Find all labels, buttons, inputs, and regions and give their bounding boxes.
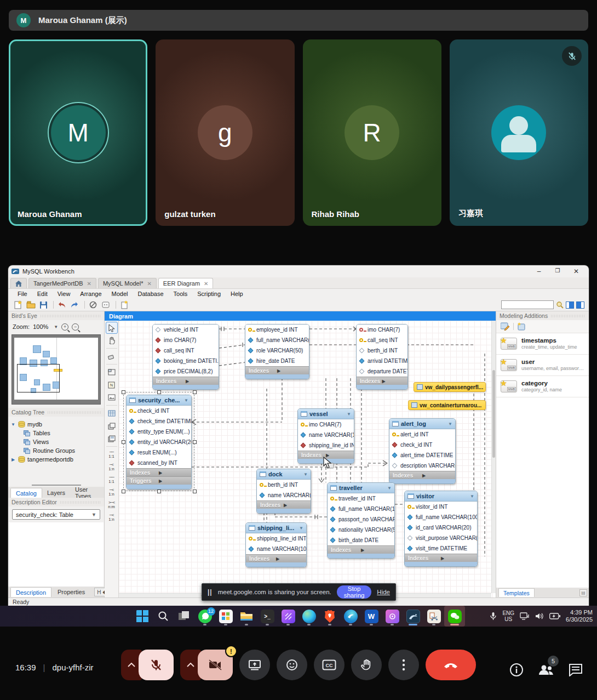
home-tab[interactable] [10, 278, 27, 288]
modeling-addition-timestamps[interactable]: ★MWB timestamps create_time, update_time [496, 333, 589, 355]
diagram-canvas[interactable]: vehicle_id INTimo CHAR(7)call_seq INTboo… [119, 321, 496, 597]
er-column[interactable]: imo CHAR(7) [153, 335, 219, 345]
language-indicator[interactable]: ENGUS [502, 610, 514, 622]
collapse-icon[interactable]: ▼ [347, 412, 351, 417]
er-column[interactable]: vehicle_id INT [153, 325, 219, 335]
taskbar-mysql-workbench[interactable] [403, 606, 423, 627]
tab-description[interactable]: Description [10, 587, 51, 597]
birds-eye-header[interactable]: Bird's Eye [8, 311, 104, 320]
er-column[interactable]: check_time DATETIME [127, 416, 191, 426]
er-column[interactable]: name VARCHAR(100) [298, 430, 354, 440]
reactions-button[interactable] [277, 650, 307, 680]
collapse-icon[interactable]: ▼ [387, 486, 392, 491]
menu-arrange[interactable]: Arrange [75, 291, 106, 297]
er-table-alert_log[interactable]: alert_log▼alert_id INTcheck_id INTalert_… [389, 418, 456, 484]
taskbar-store[interactable] [215, 606, 236, 627]
menu-scripting[interactable]: Scripting [192, 291, 226, 297]
undo-icon[interactable] [56, 300, 67, 310]
volume-icon[interactable] [535, 612, 544, 620]
taskbar-brave[interactable] [319, 606, 340, 627]
chat-button[interactable] [569, 663, 583, 676]
er-column[interactable]: hire_date DATE [245, 356, 309, 366]
hand-tool[interactable] [106, 334, 118, 346]
tree-node-routine-groups[interactable]: Routine Groups [10, 446, 102, 455]
er-column[interactable]: visit_purpose VARCHAR(10... [405, 533, 477, 543]
collapse-icon[interactable]: ▼ [184, 398, 188, 403]
tree-node-tangermedportdb[interactable]: ▶tangermedportdb [10, 455, 102, 464]
end-call-button[interactable] [426, 650, 476, 680]
er-table-shipping_line[interactable]: shipping_li...▼shipping_line_id INTname … [245, 522, 307, 567]
save-icon[interactable] [38, 300, 49, 310]
tree-node-mydb[interactable]: ▼mydb [10, 420, 102, 429]
rel-1-1-noniden-tool[interactable]: ┄┄1:1 [106, 448, 118, 460]
er-column[interactable]: role VARCHAR(50) [245, 345, 309, 356]
er-table-header[interactable]: shipping_li...▼ [246, 523, 306, 533]
edit-addition-icon[interactable] [501, 322, 510, 331]
er-column[interactable]: id_card VARCHAR(20) [405, 522, 477, 533]
rel-n-m-tool[interactable]: >─<n:m [106, 499, 118, 511]
tab-layers[interactable]: Layers [42, 488, 70, 498]
no-symbol-icon[interactable] [88, 300, 99, 310]
selection-handle[interactable] [193, 490, 197, 493]
tab-mysql-model-[interactable]: MySQL Model*✕ [98, 278, 157, 288]
er-column[interactable]: scanned_by INT [127, 458, 191, 468]
er-column[interactable]: call_seq INT [357, 335, 407, 345]
taskbar-app-purple[interactable] [278, 606, 298, 627]
er-column[interactable]: nationality VARCHAR(50) [328, 525, 394, 535]
tab-user-types[interactable]: User Types [70, 488, 104, 498]
tab-eer-diagram[interactable]: EER Diagram✕ [158, 278, 214, 288]
er-column[interactable]: traveller_id INT [328, 493, 394, 504]
er-section-indexes[interactable]: Indexes▶ [389, 471, 455, 479]
view-tool[interactable] [106, 420, 118, 432]
open-folder-icon[interactable] [25, 300, 36, 310]
menu-edit[interactable]: Edit [32, 291, 53, 297]
people-button[interactable]: 5 [538, 663, 554, 676]
er-table-port_call[interactable]: imo CHAR(7)call_seq INTberth_id INTarriv… [356, 324, 408, 390]
er-column[interactable]: departure DATETI... [357, 366, 407, 377]
er-column[interactable]: check_id INT [389, 440, 455, 450]
taskbar-file-explorer[interactable] [236, 606, 257, 627]
mic-mute-button[interactable] [139, 650, 174, 680]
hide-banner-link[interactable]: Hide [377, 589, 390, 595]
taskbar-terminal[interactable]: >_ [257, 606, 278, 627]
er-column[interactable]: entity_id VARCHAR(20) [127, 437, 191, 447]
participant-tile[interactable]: 习嘉琪 [450, 39, 588, 226]
collapse-icon[interactable]: ▼ [299, 526, 303, 531]
er-column[interactable]: full_name VARCHAR(100) [405, 512, 477, 522]
collapse-icon[interactable]: ▼ [448, 422, 452, 426]
panel-corner-icon[interactable]: ▤ [579, 589, 587, 596]
routine-group-tool[interactable] [106, 432, 118, 445]
toggle-right-panel-icon[interactable] [576, 301, 584, 309]
network-icon[interactable] [520, 612, 530, 620]
meeting-details-button[interactable] [509, 663, 524, 677]
collapse-icon[interactable]: ▼ [470, 494, 474, 499]
er-section-triggers[interactable]: Triggers▶ [127, 476, 191, 485]
description-editor-header[interactable]: Description Editor [8, 498, 104, 506]
er-column[interactable]: full_name VARCHAR(100) [328, 504, 394, 514]
er-table-traveller[interactable]: traveller▼traveller_id INTfull_name VARC… [327, 482, 395, 559]
er-table-header[interactable]: visitor▼ [405, 491, 477, 502]
taskbar-wechat[interactable] [444, 606, 465, 627]
er-table-employee[interactable]: employee_id INTfull_name VARCHAR(10...ro… [245, 324, 309, 379]
er-table-visitor[interactable]: visitor▼visitor_id INTfull_name VARCHAR(… [404, 491, 478, 567]
tab-catalog[interactable]: Catalog [10, 488, 42, 498]
pause-sharing-icon[interactable]: || [208, 588, 213, 596]
er-view[interactable]: vw_containerturnarou... [408, 400, 486, 410]
selection-handle[interactable] [157, 490, 161, 493]
toggle-left-panel-icon[interactable] [566, 301, 574, 309]
search-icon[interactable] [556, 301, 564, 309]
tree-node-views[interactable]: Views [10, 437, 102, 446]
description-editor-body[interactable] [9, 522, 104, 587]
menu-tools[interactable]: Tools [169, 291, 193, 297]
selection-handle[interactable] [193, 390, 197, 394]
taskbar-task-view[interactable] [174, 606, 194, 627]
er-section-indexes[interactable]: Indexes▶ [328, 545, 394, 554]
er-table-header[interactable]: dock▼ [257, 469, 311, 480]
description-object-select[interactable]: security_check: Table▼ [12, 509, 100, 520]
er-column[interactable]: imo CHAR(7) [298, 419, 354, 430]
er-section-indexes[interactable]: Indexes▶ [405, 554, 477, 562]
taskbar-word[interactable]: W [361, 606, 382, 627]
er-table-header[interactable]: security_che...▼ [127, 395, 191, 406]
rel-1-n-tool[interactable]: ─<1:n [106, 486, 118, 498]
er-column[interactable]: berth_id INT [357, 345, 407, 356]
